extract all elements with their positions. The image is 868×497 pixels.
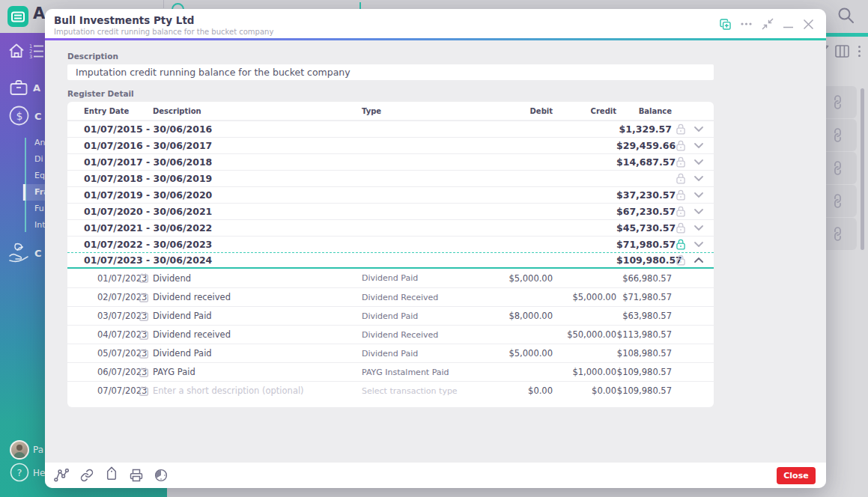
sidebar-subitem-4[interactable]: Fu <box>34 204 44 213</box>
sidebar-item-giving[interactable]: C <box>34 248 42 259</box>
register-entry-row[interactable]: 07/07/2023 Enter a short description (op… <box>67 381 714 400</box>
calendar-icon[interactable] <box>139 386 148 396</box>
lock-icon[interactable] <box>676 206 685 217</box>
minimize-icon[interactable] <box>783 19 793 28</box>
entry-debit[interactable]: $5,000.00 <box>478 348 553 359</box>
numbered-list-icon[interactable]: 123 <box>28 43 45 59</box>
register-year-row[interactable]: 01/07/2016 - 30/06/2017 $29,459.66 <box>67 137 714 153</box>
print-icon[interactable] <box>130 469 143 482</box>
home-icon[interactable] <box>8 43 25 59</box>
register-year-row[interactable]: 01/07/2019 - 30/06/2020 $37,230.57 <box>67 186 714 203</box>
entry-description[interactable]: PAYG Paid <box>153 367 362 377</box>
sidebar-subitem-0[interactable]: An <box>34 138 46 147</box>
register-entry-row[interactable]: 06/07/2023 PAYG Paid PAYG Instalment Pai… <box>67 362 714 381</box>
table-columns-icon[interactable] <box>835 45 849 58</box>
history-icon[interactable] <box>154 469 168 482</box>
entry-description[interactable]: Enter a short description (optional) <box>153 385 362 396</box>
scrollbar-thumb[interactable] <box>861 88 864 250</box>
help-label[interactable]: He <box>33 468 45 478</box>
chevron-down-icon[interactable] <box>694 126 703 132</box>
calendar-icon[interactable] <box>139 273 148 283</box>
register-year-row[interactable]: 01/07/2020 - 30/06/2021 $67,230.57 <box>67 203 714 219</box>
register-entry-row[interactable]: 05/07/2023 Dividend Paid Dividend Paid $… <box>67 344 714 362</box>
entry-credit[interactable]: $50,000.00 <box>553 329 616 340</box>
lock-icon[interactable] <box>676 124 685 135</box>
calendar-icon[interactable] <box>139 330 148 340</box>
entry-type[interactable]: Dividend Paid <box>362 273 478 283</box>
lock-icon[interactable] <box>676 254 685 266</box>
calendar-icon[interactable] <box>139 293 148 302</box>
register-entry-row[interactable]: 01/07/2023 Dividend Dividend Paid $5,000… <box>67 269 714 287</box>
entry-type[interactable]: Dividend Paid <box>362 349 478 359</box>
question-icon[interactable]: ? <box>10 463 29 482</box>
lock-icon[interactable] <box>676 156 685 168</box>
avatar[interactable] <box>10 440 29 460</box>
chevron-down-icon[interactable] <box>694 242 703 247</box>
entry-description[interactable]: Dividend <box>153 273 362 284</box>
lock-icon[interactable] <box>676 140 685 151</box>
entry-type[interactable]: Dividend Paid <box>362 311 478 321</box>
register-year-row[interactable]: 01/07/2022 - 30/06/2023 $71,980.57 <box>67 236 714 252</box>
register-year-row[interactable]: 01/07/2021 - 30/06/2022 $45,730.57 <box>67 219 714 236</box>
entry-type[interactable]: Dividend Received <box>362 330 478 340</box>
register-year-row[interactable]: 01/07/2018 - 30/06/2019 <box>67 170 714 186</box>
close-icon[interactable] <box>803 19 814 30</box>
sidebar-item-accounts[interactable]: A <box>33 82 40 94</box>
entry-debit[interactable]: $0.00 <box>478 385 553 396</box>
chevron-down-icon[interactable] <box>694 192 703 198</box>
entry-type[interactable]: PAYG Instalment Paid <box>362 368 478 377</box>
entry-credit[interactable]: $0.00 <box>553 385 616 396</box>
register-year-row[interactable]: 01/07/2017 - 30/06/2018 $14,687.57 <box>67 153 714 170</box>
lock-icon[interactable] <box>676 189 685 201</box>
briefcase-icon[interactable] <box>10 79 28 96</box>
entry-debit[interactable]: $8,000.00 <box>478 311 553 321</box>
route-icon[interactable] <box>54 469 69 482</box>
calendar-icon[interactable] <box>139 368 148 377</box>
chevron-down-icon[interactable] <box>694 176 703 181</box>
sidebar-subitem-5[interactable]: Int <box>34 220 46 230</box>
chevron-down-icon[interactable] <box>694 143 703 148</box>
entry-balance: $109,980.57 <box>616 385 672 396</box>
modal-subtitle: Imputation credit running balance for th… <box>54 28 816 36</box>
calendar-icon[interactable] <box>139 311 148 321</box>
app-logo[interactable] <box>7 6 28 27</box>
user-name[interactable]: Pa <box>33 445 43 455</box>
calendar-icon[interactable] <box>139 349 148 359</box>
entry-type[interactable]: Select transaction type <box>362 386 478 396</box>
register-entry-row[interactable]: 04/07/2023 Dividend received Dividend Re… <box>67 325 714 344</box>
duplicate-icon[interactable] <box>720 19 731 30</box>
sidebar-item-chart[interactable]: C <box>34 111 42 122</box>
compress-icon[interactable] <box>762 18 774 30</box>
hand-leaf-icon[interactable] <box>8 243 30 263</box>
description-input[interactable] <box>67 64 714 80</box>
sidebar-subitem-1[interactable]: Di <box>34 154 43 164</box>
entry-debit[interactable]: $5,000.00 <box>478 273 553 284</box>
chevron-down-icon[interactable] <box>694 209 703 214</box>
entry-description[interactable]: Dividend received <box>153 292 362 302</box>
entry-credit[interactable]: $5,000.00 <box>553 292 616 302</box>
register-entry-row[interactable]: 02/07/2023 Dividend received Dividend Re… <box>67 287 714 306</box>
register-year-row[interactable]: 01/07/2023 - 30/06/2024 $109,980.57 <box>67 252 714 269</box>
lock-icon[interactable] <box>676 173 685 184</box>
entry-description[interactable]: Dividend received <box>153 329 362 340</box>
search-icon[interactable] <box>837 7 855 24</box>
chevron-down-icon[interactable] <box>694 225 703 231</box>
entry-type[interactable]: Dividend Received <box>362 293 478 302</box>
close-button[interactable]: Close <box>777 467 816 484</box>
lock-icon[interactable] <box>676 239 685 250</box>
kebab-menu-icon[interactable] <box>855 46 861 57</box>
chevron-up-icon[interactable] <box>694 257 703 263</box>
lock-icon[interactable] <box>676 222 685 234</box>
entry-balance: $113,980.57 <box>616 329 672 340</box>
entry-description[interactable]: Dividend Paid <box>153 311 362 321</box>
tag-icon[interactable] <box>105 469 118 482</box>
register-year-row[interactable]: 01/07/2015 - 30/06/2016 $1,329.57 <box>67 121 714 137</box>
entry-credit[interactable]: $1,000.00 <box>553 367 616 377</box>
dollar-circle-icon[interactable]: $ <box>9 106 29 126</box>
sidebar-subitem-2[interactable]: Eq <box>34 171 45 180</box>
register-entry-row[interactable]: 03/07/2023 Dividend Paid Dividend Paid $… <box>67 306 714 325</box>
chevron-down-icon[interactable] <box>694 159 703 165</box>
link-icon[interactable] <box>80 469 94 482</box>
more-icon[interactable] <box>741 22 752 25</box>
entry-description[interactable]: Dividend Paid <box>153 348 362 359</box>
